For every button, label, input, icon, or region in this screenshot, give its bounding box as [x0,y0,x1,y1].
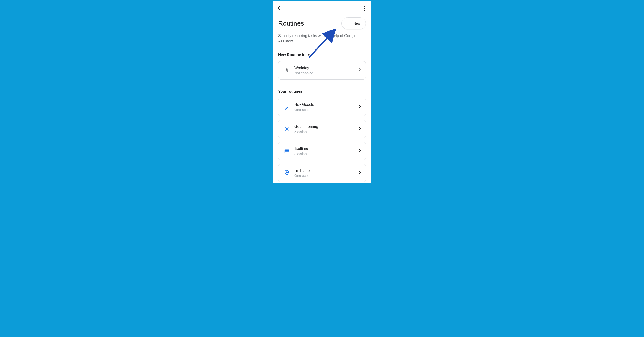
svg-rect-5 [348,23,348,23]
chevron-right-icon [358,68,361,73]
svg-line-14 [288,130,288,131]
person-heart-icon [283,68,291,73]
card-subtitle: 5 actions [294,130,358,134]
chevron-right-icon [358,105,361,109]
card-body: I'm home One action [291,168,358,178]
svg-rect-1 [348,21,348,23]
card-subtitle: 3 actions [294,152,358,156]
card-subtitle: One action [294,174,358,178]
svg-point-6 [286,69,287,70]
back-icon[interactable] [277,6,282,12]
new-button-label: New [354,21,360,25]
routine-card-workday[interactable]: Workday Not enabled [278,61,366,80]
section-title-yours: Your routines [273,89,371,94]
card-title: Good morning [294,124,358,129]
card-subtitle: One action [294,108,358,112]
svg-line-13 [285,127,286,128]
svg-rect-2 [348,23,348,25]
section-title-try: New Routine to try [273,53,371,57]
card-title: Workday [294,66,358,71]
chevron-right-icon [358,149,361,153]
routine-card-good-morning[interactable]: Good morning 5 actions [278,120,366,138]
card-body: Good morning 5 actions [291,124,358,134]
plus-icon [346,21,350,26]
new-routine-button[interactable]: New [342,17,366,29]
routine-card-bedtime[interactable]: Bedtime 3 actions [278,142,366,160]
card-body: Bedtime 3 actions [291,146,358,156]
routine-card-im-home[interactable]: I'm home One action [278,164,366,182]
wand-icon [283,104,291,110]
sun-icon [283,126,291,132]
svg-rect-4 [348,23,350,23]
routine-card-hey-google[interactable]: Hey Google One action [278,98,366,116]
home-pin-icon [283,170,291,176]
card-body: Workday Not enabled [291,66,358,75]
card-subtitle: Not enabled [294,71,358,75]
page-title: Routines [278,20,304,27]
top-bar [273,1,371,15]
page-description: Simplify recurring tasks with the help o… [273,33,371,44]
header-row: Routines New [273,15,371,33]
chevron-right-icon [358,170,361,175]
svg-line-16 [288,127,288,128]
svg-point-8 [286,128,288,130]
svg-rect-7 [285,107,288,110]
card-title: Hey Google [294,102,358,107]
svg-line-15 [285,130,286,131]
svg-rect-3 [346,23,348,23]
card-body: Hey Google One action [291,102,358,112]
bed-icon [283,148,291,154]
card-title: Bedtime [294,146,358,151]
card-title: I'm home [294,168,358,173]
chevron-right-icon [358,127,361,131]
routines-screen: Routines New Simplify recurring tasks wi… [273,1,371,183]
more-vert-icon[interactable] [363,5,366,12]
